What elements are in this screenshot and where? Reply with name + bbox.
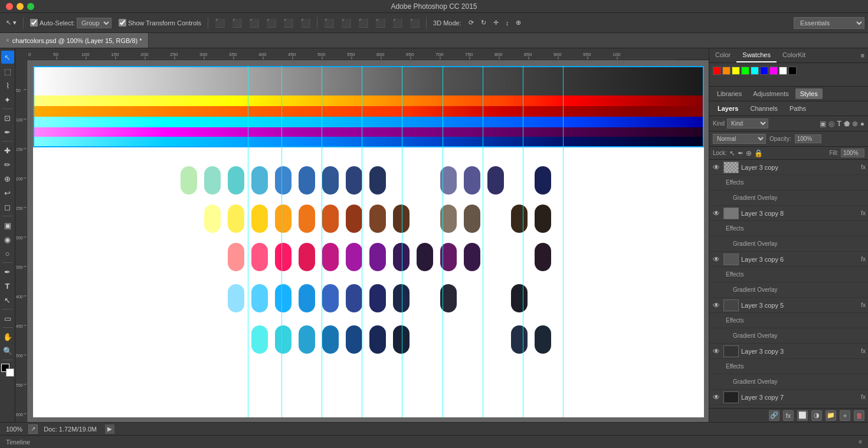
layer-item-layer3copy7[interactable]: 👁 Layer 3 copy 7 fx (709, 390, 868, 405)
new-fill-btn[interactable]: ◑ (811, 410, 822, 421)
swatch-black[interactable] (788, 67, 797, 75)
layer-item-layer3copy8[interactable]: 👁 Layer 3 copy 8 fx (709, 206, 868, 221)
eraser-tool[interactable]: ◻ (1, 200, 14, 213)
swatch-cyan[interactable] (751, 67, 759, 75)
layer-visibility-eye[interactable]: 👁 (712, 393, 721, 402)
new-layer-btn[interactable]: + (840, 410, 850, 421)
fill-input[interactable] (841, 149, 864, 157)
3d-rotate-btn[interactable]: ⟳ (466, 18, 476, 28)
zoom-tool[interactable]: 🔍 (1, 344, 14, 357)
tab-close-icon[interactable]: × (6, 37, 9, 44)
align-right-btn[interactable]: ⬛ (298, 17, 313, 29)
delete-layer-btn[interactable]: 🗑 (854, 410, 864, 421)
layer-item-layer3copy3[interactable]: 👁 Layer 3 copy 3 fx (709, 344, 868, 359)
timeline-options-btn[interactable]: ≡ (859, 439, 862, 445)
type-tool[interactable]: T (1, 279, 14, 292)
canvas-document[interactable] (33, 66, 704, 417)
brush-tool[interactable]: ✏ (1, 158, 14, 171)
heal-tool[interactable]: ✚ (1, 144, 14, 157)
export-btn[interactable]: ↗ (28, 424, 38, 434)
crop-tool[interactable]: ⊡ (1, 111, 14, 124)
eyedropper-tool[interactable]: ✒ (1, 126, 14, 139)
background-color[interactable] (6, 368, 14, 377)
minimize-button[interactable] (17, 3, 24, 10)
lock-edit-icon[interactable]: ✒ (738, 149, 743, 157)
fg-bg-colors[interactable] (1, 364, 14, 377)
add-mask-btn[interactable]: ⬜ (797, 410, 808, 421)
filter-visibility-icon[interactable]: ● (860, 120, 864, 128)
show-transform-checkbox[interactable] (119, 19, 126, 27)
filter-pixel-icon[interactable]: ▣ (820, 120, 826, 128)
swatches-tab[interactable]: Swatches (736, 48, 777, 62)
distribute-h-btn[interactable]: ⬛ (390, 17, 405, 29)
layer-visibility-eye[interactable]: 👁 (712, 347, 721, 356)
auto-select-dropdown[interactable]: Group Layer (77, 18, 112, 28)
lock-move-icon[interactable]: ↖ (729, 149, 735, 157)
3d-slide-btn[interactable]: ↕ (503, 18, 512, 28)
dodge-tool[interactable]: ○ (1, 247, 14, 260)
distribute-bottom-btn[interactable]: ⬛ (356, 17, 371, 29)
layers-tab-btn[interactable]: Layers (713, 104, 743, 113)
layer-item-layer3copy[interactable]: 👁 Layer 3 copy fx (709, 160, 868, 175)
3d-scale-btn[interactable]: ⊕ (513, 18, 523, 28)
filter-shape-icon[interactable]: ⬟ (844, 120, 850, 128)
window-buttons[interactable] (6, 3, 34, 10)
blur-tool[interactable]: ◉ (1, 233, 14, 246)
panel-options-btn[interactable]: ≡ (861, 48, 868, 62)
hand-tool[interactable]: ✋ (1, 330, 14, 343)
colorkit-tab[interactable]: ColorKit (777, 48, 811, 62)
distribute-left-btn[interactable]: ⬛ (373, 17, 388, 29)
align-h-center-btn[interactable]: ⬛ (281, 17, 296, 29)
filter-type-icon[interactable]: T (837, 120, 841, 128)
auto-select-checkbox[interactable] (30, 19, 38, 27)
3d-roll-btn[interactable]: ↻ (479, 18, 489, 28)
document-tab[interactable]: × chartcolors.psd @ 100% (Layer 15, RGB/… (0, 33, 149, 48)
lasso-tool[interactable]: ⌇ (1, 79, 14, 92)
distribute-right-btn[interactable]: ⬛ (407, 17, 422, 29)
link-layers-btn[interactable]: 🔗 (769, 410, 779, 421)
styles-tab[interactable]: Styles (795, 88, 823, 99)
path-select-tool[interactable]: ↖ (1, 294, 14, 307)
layer-visibility-eye[interactable]: 👁 (712, 209, 721, 218)
filter-smart-icon[interactable]: ⊕ (852, 120, 858, 128)
marquee-tool[interactable]: ⬚ (1, 65, 14, 78)
distribute-v-btn[interactable]: ⬛ (339, 17, 353, 29)
swatch-orange[interactable] (722, 67, 731, 75)
move-tool-btn[interactable]: ↖ ▾ (4, 18, 19, 28)
swatch-blue[interactable] (760, 67, 768, 75)
swatch-green[interactable] (741, 67, 749, 75)
lock-artboard-icon[interactable]: ⊕ (746, 149, 752, 157)
layer-kind-select[interactable]: Kind (727, 118, 768, 129)
align-top-btn[interactable]: ⬛ (212, 17, 227, 29)
paths-tab-btn[interactable]: Paths (785, 104, 811, 113)
canvas-content[interactable] (27, 60, 709, 422)
align-left-btn[interactable]: ⬛ (264, 17, 279, 29)
swatch-white[interactable] (779, 67, 787, 75)
layer-visibility-eye[interactable]: 👁 (712, 255, 721, 264)
opacity-input[interactable] (795, 134, 821, 143)
close-button[interactable] (6, 3, 13, 10)
channels-tab-btn[interactable]: Channels (745, 104, 782, 113)
layer-visibility-eye[interactable]: 👁 (712, 163, 721, 172)
maximize-button[interactable] (27, 3, 34, 10)
adjustments-tab[interactable]: Adjustments (748, 88, 794, 99)
swatch-magenta[interactable] (769, 67, 778, 75)
layer-item-layer3copy5[interactable]: 👁 Layer 3 copy 5 fx (709, 298, 868, 313)
clone-tool[interactable]: ⊕ (1, 172, 14, 185)
history-tool[interactable]: ↩ (1, 186, 14, 199)
blend-mode-select[interactable]: Normal (713, 134, 766, 144)
new-group-btn[interactable]: 📁 (826, 410, 836, 421)
gradient-tool[interactable]: ▣ (1, 219, 14, 232)
advance-btn[interactable]: ▶ (105, 424, 114, 434)
add-style-btn[interactable]: fx (783, 410, 794, 421)
essentials-dropdown[interactable]: Essentials (794, 17, 864, 29)
shape-tool[interactable]: ▭ (1, 312, 14, 325)
distribute-top-btn[interactable]: ⬛ (322, 17, 336, 29)
filter-adjust-icon[interactable]: ◎ (828, 120, 834, 128)
libraries-tab[interactable]: Libraries (712, 88, 746, 99)
move-tool[interactable]: ↖ (1, 51, 14, 64)
layer-visibility-eye[interactable]: 👁 (712, 301, 721, 310)
swatch-yellow[interactable] (732, 67, 740, 75)
align-bottom-btn[interactable]: ⬛ (247, 17, 261, 29)
3d-pan-btn[interactable]: ✛ (491, 18, 501, 28)
